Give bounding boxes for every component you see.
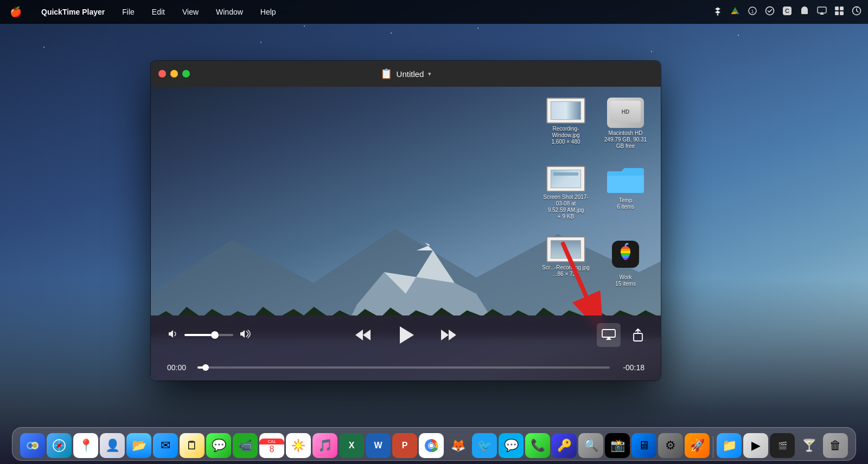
work-icon: Work15 items (601, 236, 650, 287)
temp-folder-img (606, 166, 645, 195)
svg-marker-27 (363, 330, 371, 340)
icon-row-2: Screen Shot 2017-03-08 at9.52.59 AM.jpg+… (541, 166, 650, 220)
recording-window-label: Recording-Window.jpg1,600 × 480 (541, 126, 590, 145)
menubar: 🍎 QuickTime Player File Edit View Window… (0, 0, 868, 24)
dock-launchpad[interactable]: 🚀 (685, 433, 710, 458)
window-title-chevron[interactable]: ▾ (428, 70, 431, 78)
share-button[interactable] (626, 323, 650, 347)
volume-thumb (211, 331, 219, 339)
svg-rect-9 (835, 11, 839, 15)
svg-point-35 (33, 443, 37, 448)
svg-line-47 (301, 442, 303, 444)
svg-point-3 (766, 7, 774, 15)
dock-bartender[interactable]: 🍸 (796, 433, 821, 458)
carboncopy-icon[interactable]: C (782, 6, 792, 18)
dock-word[interactable]: W (366, 433, 391, 458)
window-menu[interactable]: Window (213, 7, 246, 17)
svg-marker-29 (449, 330, 456, 340)
dock-virtualbox[interactable]: 🖥 (631, 433, 656, 458)
dock-facetime[interactable]: 📹 (233, 433, 258, 458)
dock-messages[interactable]: 💬 (206, 433, 231, 458)
view-menu[interactable]: View (179, 7, 202, 17)
dock-notes[interactable]: 🗒 (180, 433, 205, 458)
volume-fill (184, 334, 214, 336)
svg-text:C: C (785, 8, 789, 14)
svg-line-45 (295, 442, 297, 444)
dock-mail-app[interactable]: ✉ (153, 433, 178, 458)
controls-bottom-row: 00:00 -00:18 (151, 355, 661, 381)
dock-preferences[interactable]: ⚙ (658, 433, 683, 458)
svg-rect-20 (621, 251, 630, 254)
dock: 📍 👤 📂 ✉ 🗒 💬 📹 CAL 8 🎵 X W P (12, 427, 856, 461)
dock-powerpoint[interactable]: P (392, 433, 417, 458)
edit-menu[interactable]: Edit (149, 7, 168, 17)
svg-rect-7 (835, 7, 839, 10)
dock-twitter[interactable]: 🐦 (472, 433, 497, 458)
dock-search[interactable]: 🔍 (578, 433, 603, 458)
window-title: 📋 Untitled ▾ (380, 68, 432, 80)
apple-menu[interactable]: 🍎 (7, 5, 25, 19)
checkmark-icon[interactable] (765, 6, 775, 18)
minimize-button[interactable] (170, 70, 178, 78)
dock-calendar[interactable]: CAL 8 (259, 433, 284, 458)
scr-recording-img (546, 236, 585, 262)
file-menu[interactable]: File (119, 7, 138, 17)
svg-rect-30 (602, 330, 615, 337)
svg-line-46 (301, 448, 303, 450)
close-button[interactable] (158, 70, 166, 78)
airplay-button[interactable] (597, 323, 621, 347)
dock-trash[interactable]: 🗑 (823, 433, 848, 458)
dock-skype[interactable]: 💬 (499, 433, 524, 458)
dock-finder-bottom[interactable]: 📁 (717, 433, 742, 458)
app-name-menu[interactable]: QuickTime Player (38, 7, 108, 17)
svg-point-0 (717, 14, 719, 16)
volume-low-icon[interactable] (167, 328, 179, 343)
dock-photos[interactable] (286, 433, 311, 458)
dock-files[interactable]: 📂 (126, 433, 151, 458)
dock-firefox[interactable]: 🦊 (445, 433, 470, 458)
temp-folder-icon: Temp6 items (601, 166, 650, 220)
dock-qt-icon[interactable]: ▶ (743, 433, 768, 458)
help-menu[interactable]: Help (257, 7, 279, 17)
time-machine-icon[interactable] (852, 6, 861, 18)
volume-slider[interactable] (184, 334, 233, 336)
quicktime-window: 📋 Untitled ▾ (151, 61, 661, 381)
titlebar: 📋 Untitled ▾ (151, 61, 661, 87)
work-label: Work15 items (615, 274, 636, 287)
svg-rect-19 (621, 249, 630, 252)
menubar-right: 1 C (713, 6, 861, 18)
dock-itunes[interactable]: 🎵 (312, 433, 337, 458)
dock-screenflow[interactable]: 🎬 (770, 433, 795, 458)
airplay-menu-icon[interactable] (817, 6, 827, 18)
svg-rect-8 (840, 7, 844, 10)
dock-phone[interactable]: 📞 (525, 433, 550, 458)
1password-icon[interactable]: 1 (748, 6, 757, 18)
dock-screenshot-app[interactable]: 📸 (605, 433, 630, 458)
dropbox-icon[interactable] (713, 6, 723, 18)
fast-forward-button[interactable] (439, 327, 458, 343)
dock-excel[interactable]: X (339, 433, 364, 458)
dock-maps[interactable]: 📍 (73, 433, 98, 458)
volume-high-icon[interactable] (239, 328, 253, 343)
video-area: Recording-Window.jpg1,600 × 480 HD Macin… (151, 87, 661, 381)
work-img (608, 236, 643, 272)
homepod-icon[interactable] (800, 6, 809, 18)
svg-text:1: 1 (751, 9, 754, 14)
macintosh-hd-img: HD (607, 98, 644, 128)
macintosh-hd-label: Macintosh HD249.79 GB, 90.31 GB free (601, 130, 650, 150)
svg-rect-21 (621, 254, 630, 256)
play-button[interactable] (394, 324, 417, 346)
grid-icon[interactable] (834, 6, 844, 18)
google-drive-icon[interactable] (730, 6, 740, 18)
dock-contacts[interactable]: 👤 (100, 433, 125, 458)
svg-rect-31 (634, 333, 642, 341)
dock-finder[interactable] (20, 433, 45, 458)
progress-track[interactable] (197, 366, 610, 369)
window-title-icon: 📋 (380, 68, 392, 80)
dock-safari[interactable] (47, 433, 72, 458)
dock-separator (713, 436, 713, 458)
rewind-button[interactable] (353, 327, 373, 343)
maximize-button[interactable] (182, 70, 190, 78)
dock-1password[interactable]: 🔑 (552, 433, 577, 458)
dock-chrome[interactable] (419, 433, 444, 458)
